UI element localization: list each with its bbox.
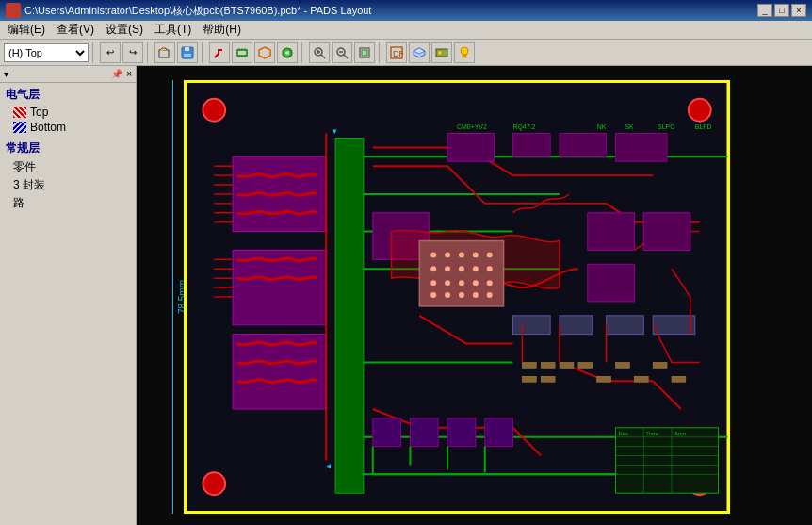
pcb-canvas[interactable]: 78.5mm ◁ ▷ 82.5mm (137, 66, 812, 525)
maximize-button[interactable]: □ (774, 4, 789, 17)
svg-line-15 (321, 55, 325, 58)
svg-rect-92 (541, 362, 555, 368)
layer-top[interactable]: Top (6, 105, 130, 120)
svg-rect-106 (410, 418, 438, 447)
layer-packages-label: 3 封装 (13, 177, 45, 193)
menu-edit[interactable]: 编辑(E) (2, 20, 51, 40)
layer-bottom-label: Bottom (30, 121, 66, 134)
svg-rect-65 (616, 134, 668, 162)
layer-components-label: 零件 (13, 159, 36, 175)
layer-select[interactable]: (H) Top (H) Bottom (4, 43, 89, 62)
svg-rect-3 (185, 47, 189, 51)
svg-text:DRC: DRC (393, 49, 403, 58)
redo-button[interactable]: ↪ (122, 42, 143, 63)
svg-rect-109 (616, 428, 719, 493)
layer-packages[interactable]: 3 封装 (6, 176, 130, 194)
svg-rect-105 (373, 418, 401, 447)
svg-rect-99 (634, 376, 648, 382)
svg-point-72 (430, 266, 436, 271)
svg-rect-95 (560, 362, 574, 368)
svg-line-19 (344, 55, 348, 58)
svg-text:SLPO: SLPO (658, 123, 675, 130)
pcb-svg: Rev Date Appr CM0+YV2 RQ47.2 NK SK SLPO … (186, 82, 728, 512)
menu-tools[interactable]: 工具(T) (149, 20, 197, 40)
toolbar-separator-1 (92, 42, 96, 63)
svg-rect-87 (512, 316, 550, 335)
zoom-in-button[interactable] (309, 42, 330, 63)
svg-rect-30 (463, 55, 466, 57)
open-button[interactable] (154, 42, 175, 63)
layer-bottom[interactable]: Bottom (6, 120, 130, 135)
svg-rect-0 (159, 50, 169, 57)
svg-rect-93 (522, 376, 536, 382)
svg-text:Rev: Rev (618, 431, 628, 436)
svg-rect-22 (362, 50, 367, 56)
pcb-board[interactable]: Rev Date Appr CM0+YV2 RQ47.2 NK SK SLPO … (184, 80, 730, 514)
svg-point-77 (430, 280, 436, 286)
svg-point-83 (445, 292, 450, 298)
electrical-layers-title: 电气层 (6, 87, 130, 103)
toolbar-separator-3 (202, 42, 205, 63)
svg-point-76 (487, 266, 493, 271)
svg-rect-4 (237, 50, 247, 56)
pin-icon[interactable]: 📌 (111, 69, 122, 79)
menu-bar: 编辑(E) 查看(V) 设置(S) 工具(T) 帮助(H) (0, 21, 812, 40)
svg-rect-62 (447, 134, 495, 162)
svg-point-80 (473, 280, 479, 286)
svg-rect-88 (560, 316, 593, 335)
svg-point-79 (459, 280, 464, 286)
svg-rect-98 (616, 362, 630, 368)
svg-marker-11 (259, 47, 270, 58)
close-panel-icon[interactable]: × (126, 69, 132, 79)
undo-button[interactable]: ↩ (100, 42, 121, 63)
svg-point-81 (487, 280, 493, 286)
svg-rect-90 (653, 316, 695, 335)
svg-rect-103 (643, 213, 690, 251)
svg-rect-2 (184, 54, 191, 57)
menu-settings[interactable]: 设置(S) (100, 20, 149, 40)
svg-rect-89 (607, 316, 644, 335)
svg-rect-100 (653, 362, 667, 368)
layer-top-label: Top (30, 106, 48, 119)
window-controls: _ □ × (757, 4, 806, 17)
route-button[interactable] (209, 42, 230, 63)
electrical-layers-section: 电气层 Top Bottom (0, 83, 136, 137)
svg-rect-94 (541, 376, 555, 382)
svg-point-85 (473, 292, 479, 298)
svg-point-78 (445, 280, 450, 286)
close-button[interactable]: × (791, 4, 806, 17)
svg-point-75 (473, 266, 479, 271)
add-component-button[interactable] (232, 42, 252, 63)
fit-board-button[interactable] (354, 42, 375, 63)
layer-components[interactable]: 零件 (6, 158, 130, 176)
svg-rect-91 (522, 362, 536, 368)
layer-routes[interactable]: 路 (6, 194, 130, 212)
drc-button[interactable]: DRC (386, 42, 407, 63)
pour-button[interactable] (277, 42, 298, 63)
layer-top-icon (13, 107, 26, 118)
svg-point-35 (203, 472, 225, 495)
highlight-button[interactable] (454, 42, 475, 63)
svg-text:▼: ▼ (331, 127, 338, 136)
svg-point-73 (445, 266, 450, 271)
svg-text:BLFD: BLFD (695, 123, 712, 130)
svg-text:Appr: Appr (674, 431, 687, 436)
sidebar: ▾ 📌 × 电气层 Top Bottom 常规层 零件 3 封装 (0, 66, 137, 525)
svg-point-70 (473, 252, 479, 257)
toolbar-separator-5 (379, 42, 382, 63)
copper-button[interactable] (254, 42, 275, 63)
minimize-button[interactable]: _ (757, 4, 772, 17)
copper-mode-button[interactable] (431, 42, 452, 63)
menu-view[interactable]: 查看(V) (51, 20, 100, 40)
menu-help[interactable]: 帮助(H) (197, 20, 247, 40)
svg-point-82 (430, 292, 436, 298)
zoom-out-button[interactable] (332, 42, 352, 63)
save-button[interactable] (177, 42, 198, 63)
svg-text:RQ47.2: RQ47.2 (512, 123, 535, 131)
app-icon (6, 3, 21, 18)
sidebar-header-icons: 📌 × (111, 69, 132, 79)
svg-point-74 (459, 266, 464, 271)
3d-view-button[interactable] (409, 42, 430, 63)
layer-bottom-icon (13, 122, 26, 133)
general-layers-title: 常规层 (6, 140, 130, 156)
